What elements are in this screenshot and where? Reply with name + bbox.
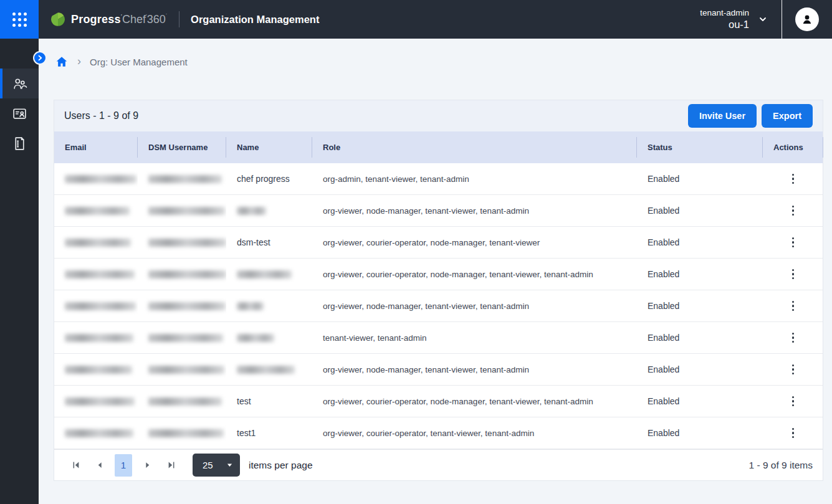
table-row: org-viewer, node-manager, tenant-viewer,…	[54, 354, 823, 386]
email-cell	[54, 290, 138, 321]
redacted-name	[237, 207, 266, 215]
column-header-name[interactable]: Name	[226, 131, 312, 163]
actions-cell	[763, 417, 823, 449]
row-actions-kebab-button[interactable]	[787, 424, 800, 442]
row-actions-kebab-button[interactable]	[787, 265, 800, 283]
dsm-username-cell	[138, 322, 226, 353]
role-cell: org-viewer, node-manager, tenant-viewer,…	[312, 354, 637, 385]
email-cell	[54, 163, 138, 194]
column-header-role[interactable]: Role	[312, 131, 637, 163]
column-header-dsm-username[interactable]: DSM Username	[138, 131, 226, 163]
app-launcher-button[interactable]	[0, 0, 39, 39]
column-header-email[interactable]: Email	[54, 131, 138, 163]
row-actions-kebab-button[interactable]	[787, 392, 800, 411]
redacted-email	[65, 366, 132, 374]
role-cell: org-viewer, courier-operator, node-manag…	[312, 227, 637, 258]
status-cell: Enabled	[637, 322, 763, 353]
redacted-email	[65, 397, 135, 406]
tenant-switcher-dropdown[interactable]: tenant-admin ou-1	[686, 7, 782, 31]
next-page-button[interactable]	[135, 454, 159, 477]
name-cell	[226, 195, 312, 226]
page-number-button[interactable]: 1	[115, 454, 132, 477]
user-name: chef progress	[237, 174, 290, 184]
table-row: chef progress org-admin, tenant-viewer, …	[54, 163, 823, 195]
email-cell	[54, 195, 138, 226]
status-cell: Enabled	[637, 163, 763, 194]
users-card-title: Users - 1 - 9 of 9	[64, 110, 138, 121]
brand-logo: ProgressChef360	[50, 11, 168, 27]
redacted-email	[65, 175, 136, 183]
header-divider	[179, 11, 179, 27]
row-actions-kebab-button[interactable]	[787, 329, 800, 347]
sidebar-item-license[interactable]	[0, 128, 39, 158]
export-button[interactable]: Export	[762, 104, 813, 128]
org-unit-label: ou-1	[729, 18, 749, 31]
previous-page-button[interactable]	[88, 454, 112, 477]
dsm-username-cell	[138, 354, 226, 385]
redacted-dsm-username	[148, 302, 226, 310]
redacted-name	[237, 334, 274, 342]
users-card: Users - 1 - 9 of 9 Invite User Export Em…	[54, 100, 823, 481]
first-page-button[interactable]	[64, 454, 88, 477]
avatar	[795, 7, 819, 31]
page-size-dropdown[interactable]: 25	[193, 454, 240, 477]
brand-360-text: 360	[147, 13, 168, 26]
redacted-dsm-username	[148, 397, 222, 406]
invite-user-button[interactable]: Invite User	[688, 104, 757, 128]
name-cell	[226, 290, 312, 321]
dsm-username-cell	[138, 259, 226, 290]
redacted-email	[65, 207, 130, 215]
name-cell: dsm-test	[226, 227, 312, 258]
role-cell: tenant-viewer, tenant-admin	[312, 322, 637, 353]
page-size-value: 25	[203, 460, 213, 470]
table-row: org-viewer, courier-operator, node-manag…	[54, 259, 823, 290]
name-cell	[226, 259, 312, 290]
redacted-dsm-username	[148, 239, 226, 247]
row-actions-kebab-button[interactable]	[787, 202, 800, 220]
person-icon	[800, 12, 814, 26]
dsm-username-cell	[138, 227, 226, 258]
dsm-username-cell	[138, 386, 226, 417]
redacted-email	[65, 239, 131, 247]
table-row: dsm-test org-viewer, courier-operator, n…	[54, 227, 823, 259]
app-title: Organization Management	[191, 14, 319, 26]
redacted-dsm-username	[148, 429, 224, 437]
dsm-username-cell	[138, 290, 226, 321]
email-cell	[54, 417, 138, 449]
dsm-username-cell	[138, 417, 226, 449]
sidebar-nav	[0, 39, 39, 504]
user-menu-button[interactable]	[782, 0, 832, 39]
redacted-dsm-username	[148, 207, 225, 215]
table-row: tenant-viewer, tenant-admin Enabled	[54, 322, 823, 354]
redacted-email	[65, 429, 133, 437]
table-header-row: Email DSM Username Name Role Status Acti…	[54, 131, 823, 163]
last-page-button[interactable]	[159, 454, 183, 477]
email-cell	[54, 227, 138, 258]
chevron-down-icon	[758, 14, 768, 24]
row-actions-kebab-button[interactable]	[787, 297, 800, 315]
sidebar-item-users[interactable]	[0, 69, 39, 98]
sidebar-item-id-card[interactable]	[0, 98, 39, 128]
actions-cell	[763, 259, 823, 290]
row-actions-kebab-button[interactable]	[787, 361, 800, 379]
breadcrumb-home-link[interactable]	[55, 55, 69, 69]
first-page-icon	[71, 460, 82, 470]
role-cell: org-viewer, courier-operator, node-manag…	[312, 386, 637, 417]
redacted-name	[237, 302, 264, 310]
table-row: test org-viewer, courier-operator, node-…	[54, 386, 823, 417]
user-name: test1	[237, 428, 256, 438]
row-actions-kebab-button[interactable]	[787, 234, 800, 252]
actions-cell	[763, 163, 823, 194]
sidebar-expand-button[interactable]	[33, 51, 47, 65]
row-actions-kebab-button[interactable]	[787, 170, 800, 188]
tenant-role-label: tenant-admin	[700, 7, 749, 18]
redacted-dsm-username	[148, 334, 223, 342]
table-row: org-viewer, node-manager, tenant-viewer,…	[54, 195, 823, 227]
main-content: › Org: User Management Users - 1 - 9 of …	[39, 39, 832, 504]
actions-cell	[763, 290, 823, 321]
redacted-name	[237, 270, 292, 278]
column-header-status[interactable]: Status	[637, 131, 763, 163]
progress-logo-icon	[50, 11, 66, 27]
redacted-dsm-username	[148, 366, 224, 374]
redacted-dsm-username	[148, 175, 222, 183]
